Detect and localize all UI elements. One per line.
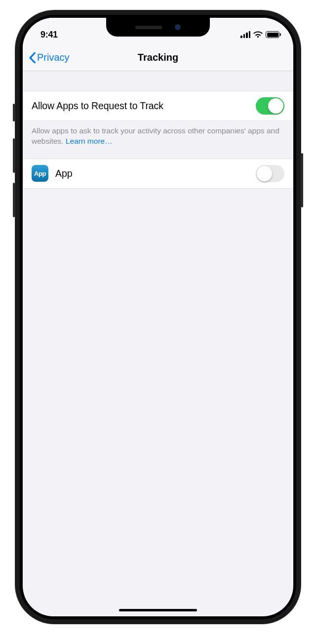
learn-more-link[interactable]: Learn more… [66,137,113,145]
section-footer: Allow apps to ask to track your activity… [23,121,293,159]
phone-frame: 9:41 Privacy Tracking [15,10,301,624]
app-tracking-toggle[interactable] [256,165,284,182]
screen: 9:41 Privacy Tracking [23,18,293,616]
power-button[interactable] [301,153,303,207]
status-indicators [240,31,279,38]
navigation-bar: Privacy Tracking [23,44,293,71]
back-button[interactable]: Privacy [29,52,70,63]
allow-tracking-row: Allow Apps to Request to Track [23,91,293,121]
mute-switch[interactable] [13,104,15,121]
wifi-icon [253,31,263,38]
app-icon-label: App [34,170,46,177]
content: Allow Apps to Request to Track Allow app… [23,71,293,189]
app-label: App [55,168,256,179]
app-icon: App [32,165,48,182]
allow-tracking-toggle[interactable] [256,97,284,115]
toggle-knob [268,98,283,114]
back-label: Privacy [37,52,70,63]
notch [106,18,210,37]
battery-icon [266,31,279,38]
cellular-signal-icon [240,31,250,38]
earpiece-speaker [135,26,162,29]
volume-up-button[interactable] [13,138,15,173]
front-camera [175,24,181,30]
section-spacer [23,71,293,91]
volume-down-button[interactable] [13,183,15,217]
toggle-knob [257,166,272,181]
allow-tracking-label: Allow Apps to Request to Track [32,100,256,112]
phone-bezel: 9:41 Privacy Tracking [20,15,296,619]
app-row: App App [23,159,293,189]
chevron-left-icon [29,52,36,63]
home-indicator[interactable] [119,609,197,611]
status-time: 9:41 [40,30,58,40]
